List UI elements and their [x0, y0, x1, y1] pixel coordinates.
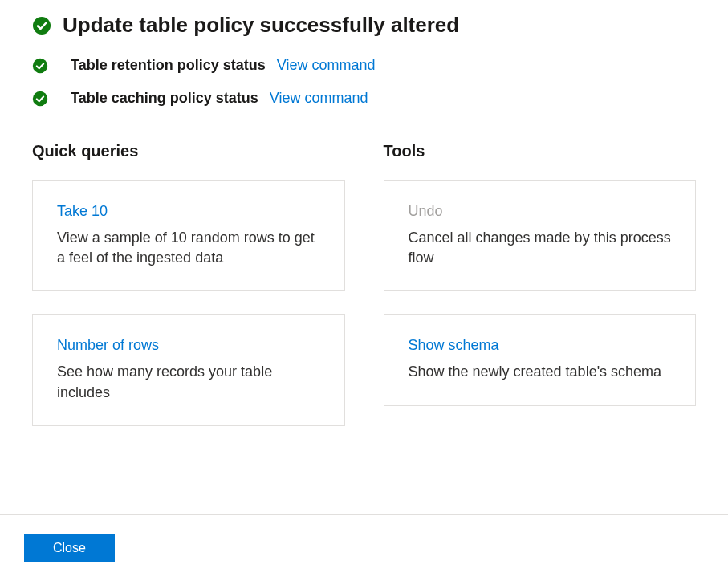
card-number-of-rows[interactable]: Number of rows See how many records your…	[32, 314, 345, 425]
quick-queries-section: Quick queries Take 10 View a sample of 1…	[32, 142, 345, 449]
success-check-icon	[32, 91, 48, 107]
card-title-show-schema[interactable]: Show schema	[409, 337, 672, 354]
card-desc: View a sample of 10 random rows to get a…	[57, 228, 320, 268]
card-title-undo: Undo	[409, 203, 672, 220]
view-command-link-retention[interactable]: View command	[277, 57, 376, 74]
svg-point-2	[33, 91, 47, 105]
svg-point-1	[33, 58, 47, 72]
success-check-icon	[32, 58, 48, 74]
close-button[interactable]: Close	[24, 534, 115, 562]
card-desc: See how many records your table includes	[57, 362, 320, 402]
status-row-retention: Table retention policy status View comma…	[32, 57, 696, 74]
header: Update table policy successfully altered	[32, 13, 696, 38]
card-undo: Undo Cancel all changes made by this pro…	[384, 180, 697, 291]
svg-point-0	[33, 17, 51, 35]
section-title-tools: Tools	[384, 142, 697, 160]
card-take-10[interactable]: Take 10 View a sample of 10 random rows …	[32, 180, 345, 291]
footer: Close	[0, 514, 728, 581]
page-title: Update table policy successfully altered	[63, 13, 459, 38]
success-check-icon	[32, 16, 51, 35]
card-title-take-10[interactable]: Take 10	[57, 203, 320, 220]
card-desc: Cancel all changes made by this process …	[409, 228, 672, 268]
card-desc: Show the newly created table's schema	[409, 362, 672, 382]
tools-section: Tools Undo Cancel all changes made by th…	[384, 142, 697, 449]
status-label: Table retention policy status	[71, 57, 266, 74]
status-row-caching: Table caching policy status View command	[32, 90, 696, 107]
view-command-link-caching[interactable]: View command	[270, 90, 368, 107]
section-title-quick-queries: Quick queries	[32, 142, 345, 160]
card-show-schema[interactable]: Show schema Show the newly created table…	[384, 314, 697, 405]
card-title-number-of-rows[interactable]: Number of rows	[57, 337, 320, 354]
status-label: Table caching policy status	[71, 90, 258, 107]
